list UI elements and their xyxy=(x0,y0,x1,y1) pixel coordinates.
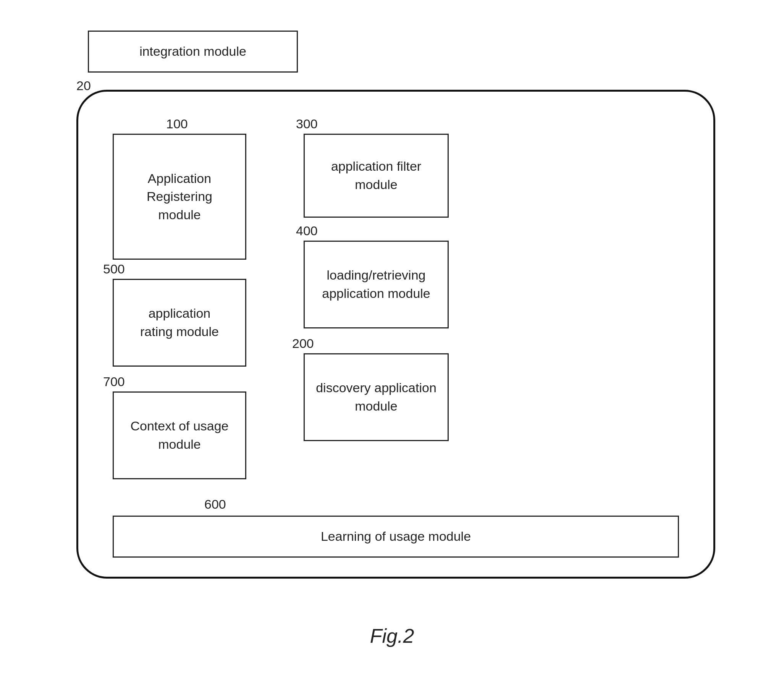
app-registering-label: ApplicationRegisteringmodule xyxy=(147,170,212,224)
context-usage-module-box: Context of usagemodule xyxy=(113,392,246,479)
discovery-app-label: discovery applicationmodule xyxy=(316,379,436,415)
fig-caption: Fig.2 xyxy=(370,624,414,648)
app-filter-module-box: application filtermodule xyxy=(304,133,449,218)
label-100: 100 xyxy=(166,117,188,131)
main-container: 100 ApplicationRegisteringmodule 300 app… xyxy=(76,90,715,578)
integration-module-label: integration module xyxy=(139,43,246,61)
loading-retrieving-module-box: loading/retrievingapplication module xyxy=(304,241,449,328)
label-500: 500 xyxy=(103,262,125,277)
diagram-container: integration module 20 100 ApplicationReg… xyxy=(38,19,746,659)
learning-usage-module-box: Learning of usage module xyxy=(113,516,679,558)
app-registering-module-box: ApplicationRegisteringmodule xyxy=(113,133,246,260)
learning-usage-label: Learning of usage module xyxy=(321,527,471,546)
label-600: 600 xyxy=(204,497,226,512)
app-rating-module-box: applicationrating module xyxy=(113,279,246,367)
label-20: 20 xyxy=(76,78,91,93)
app-filter-label: application filtermodule xyxy=(331,157,421,194)
label-400: 400 xyxy=(296,223,318,238)
integration-module-box: integration module xyxy=(88,31,298,73)
context-usage-label: Context of usagemodule xyxy=(130,417,228,453)
label-700: 700 xyxy=(103,374,125,389)
app-rating-label: applicationrating module xyxy=(140,305,219,341)
label-300: 300 xyxy=(296,117,318,131)
loading-retrieving-label: loading/retrievingapplication module xyxy=(322,266,430,303)
discovery-app-module-box: discovery applicationmodule xyxy=(304,353,449,441)
label-200: 200 xyxy=(292,336,314,351)
